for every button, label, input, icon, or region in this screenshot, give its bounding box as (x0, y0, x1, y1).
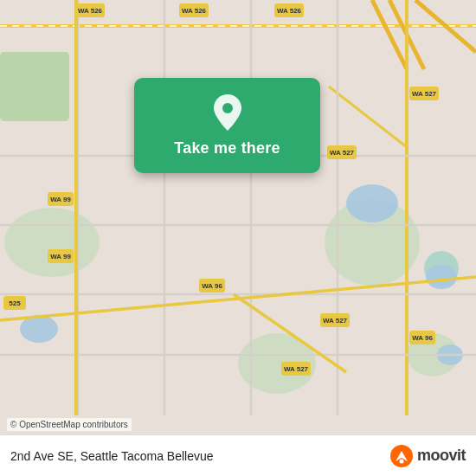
svg-point-9 (426, 265, 457, 289)
svg-text:525: 525 (9, 299, 21, 307)
svg-text:WA 527: WA 527 (323, 317, 348, 325)
svg-point-57 (399, 459, 403, 463)
svg-text:WA 96: WA 96 (412, 334, 433, 342)
svg-text:WA 526: WA 526 (182, 7, 207, 15)
svg-point-2 (4, 208, 100, 277)
svg-text:WA 96: WA 96 (202, 282, 222, 290)
map-container: WA 526 WA 526 WA 526 WA 527 WA 527 WA 99… (0, 0, 476, 476)
take-me-there-label: Take me there (174, 139, 280, 158)
svg-text:WA 527: WA 527 (412, 90, 437, 98)
moovit-logo: moovit (389, 444, 466, 468)
take-me-there-button[interactable]: Take me there (134, 78, 320, 173)
svg-text:WA 527: WA 527 (330, 149, 355, 157)
svg-rect-5 (0, 52, 69, 121)
map-background: WA 526 WA 526 WA 526 WA 527 WA 527 WA 99… (0, 0, 476, 476)
button-overlay: Take me there (134, 78, 320, 173)
moovit-text: moovit (417, 447, 466, 465)
map-attribution: © OpenStreetMap contributors (7, 418, 132, 431)
svg-text:WA 99: WA 99 (50, 196, 71, 203)
svg-point-54 (222, 103, 233, 113)
svg-text:WA 526: WA 526 (277, 7, 302, 15)
moovit-icon (389, 444, 414, 468)
bottom-bar: 2nd Ave SE, Seattle Tacoma Bellevue moov… (0, 434, 476, 476)
svg-text:WA 527: WA 527 (284, 365, 309, 373)
svg-point-8 (346, 184, 398, 222)
address-text: 2nd Ave SE, Seattle Tacoma Bellevue (10, 449, 214, 463)
svg-text:WA 526: WA 526 (78, 7, 103, 15)
svg-text:WA 99: WA 99 (50, 253, 71, 261)
location-icon (212, 94, 243, 134)
